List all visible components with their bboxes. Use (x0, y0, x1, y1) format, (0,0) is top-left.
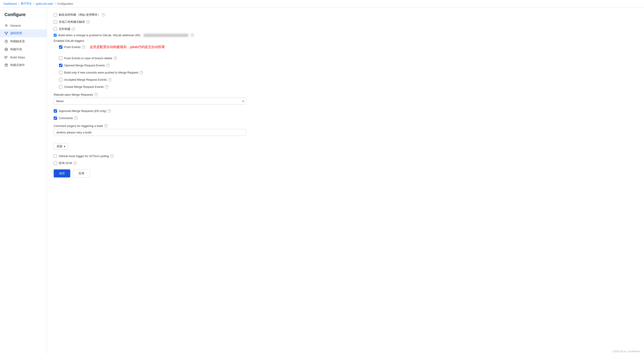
checkbox-push-branch-delete-input[interactable] (59, 56, 62, 60)
annotation-text: 这里是配置自动构建规则，gitlab代码提交自动部署 (90, 45, 165, 49)
scm-icon (4, 31, 8, 35)
action-buttons: 保存 应用 (54, 169, 637, 177)
help-rebuild-mr-icon[interactable]: ? (94, 93, 98, 96)
enabled-triggers-label: Enabled GitLab triggers (54, 39, 637, 42)
help-opened-mr-icon[interactable]: ? (106, 64, 110, 67)
layout: Configure ⚙ General 源码管理 (0, 7, 644, 354)
checkbox-approved-mr-label: Approved Merge Requests (EE-only) ? (59, 109, 111, 113)
checkbox-poll-scm-input[interactable] (54, 162, 57, 165)
sidebar-label-triggers: 构建触发器 (10, 39, 25, 43)
breadcrumb-dashboard[interactable]: Dashboard (4, 2, 17, 5)
checkbox-push-branch-delete: Push Events in case of branch delete ? (59, 55, 637, 61)
checkbox-github-hook-label: GitHub hook trigger for GITScm polling ? (59, 154, 114, 158)
help-accepted-mr-icon[interactable]: ? (108, 78, 112, 81)
checkbox-closed-mr-label: Closed Merge Request Events ? (64, 85, 108, 88)
save-button[interactable]: 保存 (54, 169, 70, 177)
clock-icon (4, 39, 8, 43)
checkbox-other-trigger-label: 其他工程构建后触发 ? (59, 20, 90, 24)
checkbox-approved-mr-input[interactable] (54, 109, 57, 113)
svg-line-3 (5, 33, 6, 34)
checkbox-build-only-new-commits: Build only if new commits were pushed to… (59, 70, 637, 75)
svg-line-4 (6, 33, 8, 34)
svg-rect-21 (6, 64, 7, 64)
comment-regex-label: Comment (regex) for triggering a build ? (54, 124, 637, 128)
checkbox-github-hook-input[interactable] (54, 154, 57, 158)
breadcrumb-current: Configuration (57, 2, 73, 5)
checkbox-poll-scm-label: 轮询 SCM ? (59, 161, 77, 165)
help-other-trigger-icon[interactable]: ? (86, 20, 90, 24)
checkbox-push-events: Push Events ? (59, 44, 85, 50)
help-comment-regex-icon[interactable]: ? (104, 124, 108, 128)
help-push-events-icon[interactable]: ? (82, 45, 85, 49)
svg-rect-17 (5, 57, 5, 58)
comment-regex-group: Comment (regex) for triggering a build ? (54, 124, 637, 136)
checkbox-build-only-new-commits-label: Build only if new commits were pushed to… (64, 71, 143, 74)
sidebar-title: Configure (0, 12, 47, 22)
checkbox-other-trigger-input[interactable] (54, 20, 57, 24)
checkbox-opened-mr-label: Opened Merge Request Events ? (64, 64, 110, 67)
help-approved-mr-icon[interactable]: ? (108, 109, 111, 113)
help-build-only-new-commits-icon[interactable]: ? (140, 71, 143, 74)
svg-point-0 (5, 32, 6, 33)
apply-button[interactable]: 应用 (73, 169, 90, 177)
sidebar-item-build-steps[interactable]: Build Steps (0, 53, 47, 61)
sidebar-item-scm[interactable]: 源码管理 (0, 29, 47, 37)
chevron-down-icon: ▾ (64, 145, 65, 148)
help-closed-mr-icon[interactable]: ? (105, 85, 108, 88)
sidebar-item-post-build[interactable]: 构建后操作 (0, 61, 47, 69)
checkbox-push-events-label: Push Events ? (64, 45, 85, 49)
help-gitlab-icon[interactable]: ? (190, 33, 194, 37)
checkbox-accepted-mr-input[interactable] (59, 78, 62, 81)
help-push-branch-delete-icon[interactable]: ? (114, 56, 117, 60)
checkbox-scheduled-label: 定时构建 ? (59, 27, 75, 31)
breadcrumb-job[interactable]: gwfd-szls-web (36, 2, 53, 5)
push-events-row: Push Events ? 这里是配置自动构建规则，gitlab代码提交自动部署 (59, 44, 637, 50)
checkbox-remote-trigger-label: 触发远程构建（例如,使用脚本） ? (59, 13, 105, 17)
breadcrumb: Dashboard > 数字孪生 > gwfd-szls-web > Confi… (0, 0, 644, 7)
help-comments-icon[interactable]: ? (74, 116, 78, 120)
sidebar-label-env: 构建环境 (10, 47, 22, 51)
svg-point-2 (6, 34, 7, 35)
list-icon (4, 55, 8, 59)
checkbox-scheduled-input[interactable] (54, 27, 57, 31)
rebuild-mr-select[interactable]: Never On push On accepted merge request (54, 98, 246, 105)
checkbox-comments-input[interactable] (54, 116, 57, 120)
sidebar-item-general[interactable]: ⚙ General (0, 22, 47, 29)
main-content: 触发远程构建（例如,使用脚本） ? 其他工程构建后触发 ? 定时构建 ? Bui… (47, 7, 644, 354)
checkbox-scheduled: 定时构建 ? (54, 26, 637, 32)
svg-rect-16 (5, 56, 5, 57)
checkbox-opened-mr: Opened Merge Request Events ? (59, 62, 637, 68)
svg-rect-18 (5, 58, 5, 58)
sidebar-label-general: General (10, 24, 20, 27)
checkbox-approved-mr: Approved Merge Requests (EE-only) ? (54, 108, 637, 113)
advanced-button-label: 高级 (56, 144, 62, 148)
help-scheduled-icon[interactable]: ? (72, 27, 75, 31)
gitlab-checkbox-row: Build when a change is pushed to GitLab.… (54, 33, 637, 37)
globe-icon (4, 48, 8, 51)
breadcrumb-project[interactable]: 数字孪生 (21, 2, 32, 5)
sidebar-label-post-build: 构建后操作 (10, 63, 25, 67)
sidebar-item-triggers[interactable]: 构建触发器 (0, 37, 47, 45)
checkbox-push-events-input[interactable] (59, 45, 62, 49)
comment-regex-input[interactable] (54, 129, 246, 136)
help-poll-scm-icon[interactable]: ? (73, 162, 77, 165)
watermark: CSDN @Lee_Smallflower (612, 350, 640, 353)
triggers-section: Push Events ? 这里是配置自动构建规则，gitlab代码提交自动部署… (54, 44, 637, 89)
rebuild-mr-label: Rebuild open Merge Requests ? (54, 93, 637, 96)
help-github-hook-icon[interactable]: ? (110, 154, 114, 158)
checkbox-closed-mr: Closed Merge Request Events ? (59, 84, 637, 89)
rebuild-mr-select-wrapper: Never On push On accepted merge request … (54, 98, 246, 105)
sidebar-item-env[interactable]: 构建环境 (0, 45, 47, 53)
checkbox-build-only-new-commits-input[interactable] (59, 71, 62, 74)
help-remote-trigger-icon[interactable]: ? (102, 13, 105, 16)
advanced-button[interactable]: 高级 ▾ (54, 143, 68, 150)
checkbox-closed-mr-input[interactable] (59, 85, 62, 88)
checkbox-github-hook: GitHub hook trigger for GITScm polling ? (54, 153, 637, 159)
svg-rect-19 (5, 64, 8, 66)
checkbox-gitlab-input[interactable] (54, 34, 56, 37)
checkbox-accepted-mr: Accepted Merge Request Events ? (59, 77, 637, 82)
checkbox-opened-mr-input[interactable] (59, 64, 62, 67)
checkbox-remote-trigger-input[interactable] (54, 13, 57, 16)
checkbox-comments: Comments ? (54, 115, 637, 121)
checkbox-gitlab-label: Build when a change is pushed to GitLab.… (58, 33, 194, 37)
